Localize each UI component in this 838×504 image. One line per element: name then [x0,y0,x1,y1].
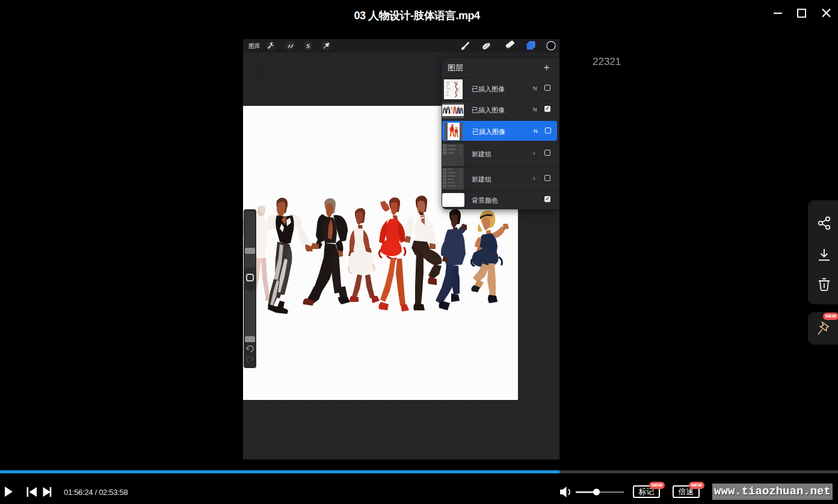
svg-text:S: S [306,42,310,49]
